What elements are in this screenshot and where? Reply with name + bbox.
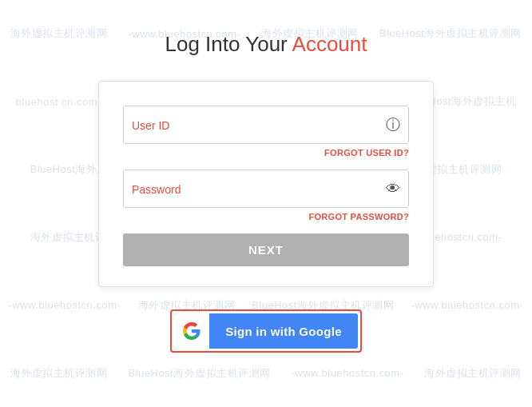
userid-input[interactable]	[132, 118, 386, 132]
google-signin-wrapper: Sign in with Google	[170, 309, 362, 353]
password-input-wrapper: 👁	[123, 170, 409, 208]
userid-field-group: ⓘ FORGOT USER ID?	[123, 106, 409, 158]
page-title: Log Into Your Account	[165, 32, 367, 57]
password-input[interactable]	[132, 182, 386, 196]
google-signin-button[interactable]: Sign in with Google	[174, 313, 358, 349]
userid-input-wrapper: ⓘ	[123, 106, 409, 144]
google-icon-box	[174, 313, 209, 349]
google-btn-label: Sign in with Google	[209, 325, 358, 338]
show-password-icon[interactable]: 👁	[386, 181, 400, 198]
info-icon: ⓘ	[386, 115, 400, 134]
forgot-userid-link[interactable]: FORGOT USER ID?	[123, 148, 409, 158]
login-card: ⓘ FORGOT USER ID? 👁 FORGOT PASSWORD? NEX…	[98, 81, 434, 287]
next-button[interactable]: NEXT	[123, 233, 409, 266]
forgot-password-link[interactable]: FORGOT PASSWORD?	[123, 212, 409, 221]
password-field-group: 👁 FORGOT PASSWORD?	[123, 170, 409, 221]
google-logo-icon	[182, 321, 201, 341]
